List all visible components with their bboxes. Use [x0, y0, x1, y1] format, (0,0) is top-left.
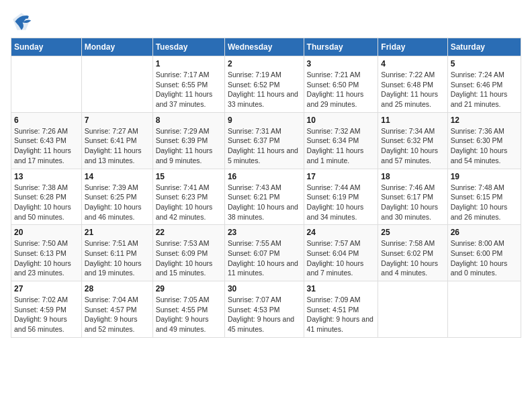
calendar-cell: 28Sunrise: 7:04 AM Sunset: 4:57 PM Dayli…	[81, 281, 152, 338]
day-number: 31	[307, 284, 375, 293]
calendar-week-4: 20Sunrise: 7:50 AM Sunset: 6:13 PM Dayli…	[11, 225, 521, 281]
day-info: Sunrise: 7:50 AM Sunset: 6:13 PM Dayligh…	[14, 238, 79, 278]
day-info: Sunrise: 7:43 AM Sunset: 6:21 PM Dayligh…	[228, 183, 301, 222]
svg-point-1	[26, 15, 29, 19]
calendar-cell: 11Sunrise: 7:34 AM Sunset: 6:32 PM Dayli…	[378, 112, 447, 169]
calendar-cell: 26Sunrise: 8:00 AM Sunset: 6:00 PM Dayli…	[447, 225, 521, 281]
calendar-cell: 23Sunrise: 7:55 AM Sunset: 6:07 PM Dayli…	[224, 225, 304, 281]
day-number: 24	[307, 228, 375, 237]
day-header-friday: Friday	[378, 38, 447, 56]
day-number: 16	[228, 172, 301, 181]
day-header-monday: Monday	[81, 38, 152, 56]
day-number: 28	[85, 284, 150, 293]
calendar-cell: 24Sunrise: 7:57 AM Sunset: 6:04 PM Dayli…	[304, 225, 378, 281]
calendar-cell: 21Sunrise: 7:51 AM Sunset: 6:11 PM Dayli…	[81, 225, 152, 281]
calendar-cell: 7Sunrise: 7:27 AM Sunset: 6:41 PM Daylig…	[81, 112, 152, 169]
day-header-saturday: Saturday	[447, 38, 521, 56]
calendar-week-2: 6Sunrise: 7:26 AM Sunset: 6:43 PM Daylig…	[11, 112, 521, 169]
day-info: Sunrise: 7:29 AM Sunset: 6:39 PM Dayligh…	[156, 126, 222, 166]
day-info: Sunrise: 7:19 AM Sunset: 6:52 PM Dayligh…	[228, 70, 301, 109]
calendar-cell: 10Sunrise: 7:32 AM Sunset: 6:34 PM Dayli…	[304, 112, 378, 169]
day-info: Sunrise: 7:36 AM Sunset: 6:30 PM Dayligh…	[451, 126, 518, 166]
day-info: Sunrise: 7:07 AM Sunset: 4:53 PM Dayligh…	[228, 295, 301, 334]
day-info: Sunrise: 7:38 AM Sunset: 6:28 PM Dayligh…	[14, 183, 79, 222]
day-number: 18	[381, 172, 444, 181]
day-number: 29	[156, 284, 222, 293]
calendar-cell: 13Sunrise: 7:38 AM Sunset: 6:28 PM Dayli…	[11, 169, 82, 225]
calendar-cell: 5Sunrise: 7:24 AM Sunset: 6:46 PM Daylig…	[447, 56, 521, 113]
day-number: 23	[228, 228, 301, 237]
calendar-cell: 18Sunrise: 7:46 AM Sunset: 6:17 PM Dayli…	[378, 169, 447, 225]
day-header-thursday: Thursday	[304, 38, 378, 56]
calendar-cell	[11, 56, 82, 113]
day-info: Sunrise: 7:39 AM Sunset: 6:25 PM Dayligh…	[85, 183, 150, 222]
day-number: 19	[451, 172, 518, 181]
calendar-cell: 20Sunrise: 7:50 AM Sunset: 6:13 PM Dayli…	[11, 225, 82, 281]
day-number: 11	[381, 116, 444, 125]
day-info: Sunrise: 7:09 AM Sunset: 4:51 PM Dayligh…	[307, 295, 375, 334]
day-number: 14	[85, 172, 150, 181]
day-info: Sunrise: 7:32 AM Sunset: 6:34 PM Dayligh…	[307, 126, 375, 166]
day-number: 7	[85, 116, 150, 125]
calendar-cell: 22Sunrise: 7:53 AM Sunset: 6:09 PM Dayli…	[152, 225, 224, 281]
day-info: Sunrise: 7:57 AM Sunset: 6:04 PM Dayligh…	[307, 238, 375, 278]
day-number: 1	[156, 59, 222, 68]
day-info: Sunrise: 7:55 AM Sunset: 6:07 PM Dayligh…	[228, 238, 301, 278]
day-info: Sunrise: 8:00 AM Sunset: 6:00 PM Dayligh…	[451, 238, 518, 278]
calendar-cell: 19Sunrise: 7:48 AM Sunset: 6:15 PM Dayli…	[447, 169, 521, 225]
day-number: 6	[14, 116, 79, 125]
day-info: Sunrise: 7:21 AM Sunset: 6:50 PM Dayligh…	[307, 70, 375, 109]
day-info: Sunrise: 7:34 AM Sunset: 6:32 PM Dayligh…	[381, 126, 444, 166]
day-info: Sunrise: 7:27 AM Sunset: 6:41 PM Dayligh…	[85, 126, 150, 166]
day-info: Sunrise: 7:04 AM Sunset: 4:57 PM Dayligh…	[85, 295, 150, 334]
day-number: 2	[228, 59, 301, 68]
calendar-cell: 17Sunrise: 7:44 AM Sunset: 6:19 PM Dayli…	[304, 169, 378, 225]
day-number: 22	[156, 228, 222, 237]
day-info: Sunrise: 7:51 AM Sunset: 6:11 PM Dayligh…	[85, 238, 150, 278]
day-number: 30	[228, 284, 301, 293]
calendar-cell: 27Sunrise: 7:02 AM Sunset: 4:59 PM Dayli…	[11, 281, 82, 338]
calendar-cell: 6Sunrise: 7:26 AM Sunset: 6:43 PM Daylig…	[11, 112, 82, 169]
calendar-cell	[447, 281, 521, 338]
day-number: 27	[14, 284, 79, 293]
calendar-cell: 29Sunrise: 7:05 AM Sunset: 4:55 PM Dayli…	[152, 281, 224, 338]
day-info: Sunrise: 7:46 AM Sunset: 6:17 PM Dayligh…	[381, 183, 444, 222]
day-number: 25	[381, 228, 444, 237]
day-number: 9	[228, 116, 301, 125]
day-header-tuesday: Tuesday	[152, 38, 224, 56]
calendar-cell	[81, 56, 152, 113]
day-info: Sunrise: 7:41 AM Sunset: 6:23 PM Dayligh…	[156, 183, 222, 222]
logo-icon	[11, 11, 32, 32]
calendar-cell: 12Sunrise: 7:36 AM Sunset: 6:30 PM Dayli…	[447, 112, 521, 169]
calendar-cell: 4Sunrise: 7:22 AM Sunset: 6:48 PM Daylig…	[378, 56, 447, 113]
day-info: Sunrise: 7:17 AM Sunset: 6:55 PM Dayligh…	[156, 70, 222, 109]
day-number: 13	[14, 172, 79, 181]
calendar-cell: 9Sunrise: 7:31 AM Sunset: 6:37 PM Daylig…	[224, 112, 304, 169]
day-number: 4	[381, 59, 444, 68]
day-number: 5	[451, 59, 518, 68]
header-row: SundayMondayTuesdayWednesdayThursdayFrid…	[11, 38, 521, 56]
day-number: 20	[14, 228, 79, 237]
day-number: 3	[307, 59, 375, 68]
calendar-week-5: 27Sunrise: 7:02 AM Sunset: 4:59 PM Dayli…	[11, 281, 521, 338]
day-info: Sunrise: 7:24 AM Sunset: 6:46 PM Dayligh…	[451, 70, 518, 109]
day-number: 15	[156, 172, 222, 181]
day-header-wednesday: Wednesday	[224, 38, 304, 56]
calendar-week-1: 1Sunrise: 7:17 AM Sunset: 6:55 PM Daylig…	[11, 56, 521, 113]
day-number: 26	[451, 228, 518, 237]
calendar-cell: 25Sunrise: 7:58 AM Sunset: 6:02 PM Dayli…	[378, 225, 447, 281]
day-info: Sunrise: 7:58 AM Sunset: 6:02 PM Dayligh…	[381, 238, 444, 278]
calendar-cell: 30Sunrise: 7:07 AM Sunset: 4:53 PM Dayli…	[224, 281, 304, 338]
calendar-cell: 14Sunrise: 7:39 AM Sunset: 6:25 PM Dayli…	[81, 169, 152, 225]
day-number: 21	[85, 228, 150, 237]
calendar-cell	[378, 281, 447, 338]
day-info: Sunrise: 7:26 AM Sunset: 6:43 PM Dayligh…	[14, 126, 79, 166]
day-info: Sunrise: 7:22 AM Sunset: 6:48 PM Dayligh…	[381, 70, 444, 109]
calendar-cell: 1Sunrise: 7:17 AM Sunset: 6:55 PM Daylig…	[152, 56, 224, 113]
day-info: Sunrise: 7:05 AM Sunset: 4:55 PM Dayligh…	[156, 295, 222, 334]
calendar-cell: 31Sunrise: 7:09 AM Sunset: 4:51 PM Dayli…	[304, 281, 378, 338]
calendar-table: SundayMondayTuesdayWednesdayThursdayFrid…	[11, 38, 521, 338]
day-number: 8	[156, 116, 222, 125]
day-number: 17	[307, 172, 375, 181]
calendar-cell: 8Sunrise: 7:29 AM Sunset: 6:39 PM Daylig…	[152, 112, 224, 169]
